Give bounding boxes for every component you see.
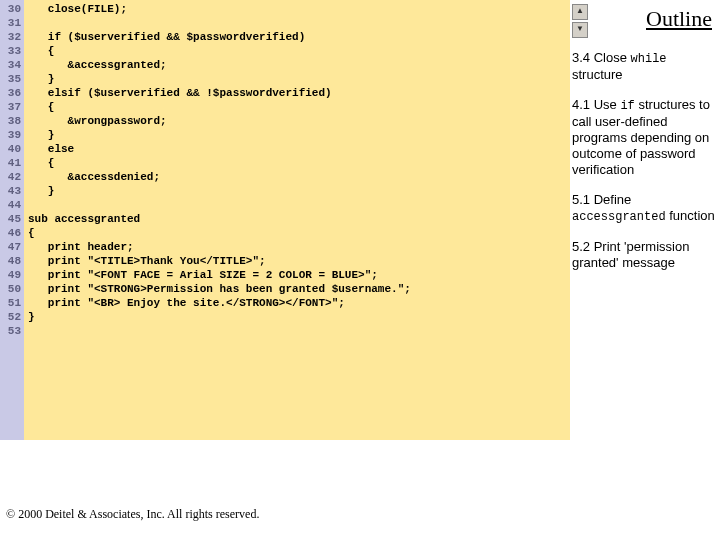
nav-down-button[interactable]: ▼ (572, 22, 588, 38)
code-area: 3031323334353637383940414243444546474849… (0, 0, 570, 440)
line-number-gutter: 3031323334353637383940414243444546474849… (0, 0, 24, 440)
note-3: 5.1 Define accessgranted function (572, 192, 717, 225)
outline-heading: Outline (646, 6, 712, 32)
code-content: close(FILE); if ($userverified && $passw… (24, 0, 411, 440)
nav-buttons: ▲ ▼ (572, 4, 588, 40)
code-lines: close(FILE); if ($userverified && $passw… (28, 2, 411, 324)
copyright-footer: © 2000 Deitel & Associates, Inc. All rig… (6, 507, 259, 522)
note-1: 3.4 Close while structure (572, 50, 717, 83)
note-2: 4.1 Use if structures to call user-defin… (572, 97, 717, 178)
nav-up-button[interactable]: ▲ (572, 4, 588, 20)
outline-notes: 3.4 Close while structure 4.1 Use if str… (572, 50, 717, 285)
note-4: 5.2 Print 'permission granted' message (572, 239, 717, 271)
copyright-icon: © (6, 507, 15, 521)
